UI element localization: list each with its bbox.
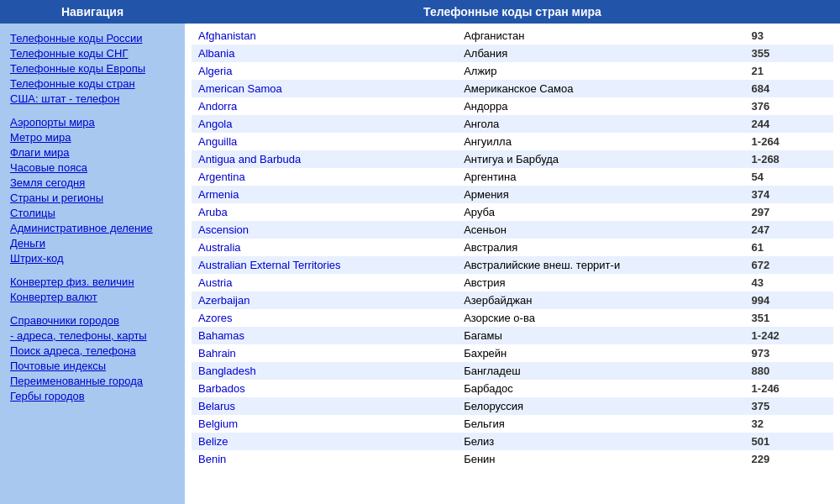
table-row: AlgeriaАлжир21: [192, 62, 833, 80]
country-code: 297: [745, 203, 833, 221]
country-code: 244: [745, 115, 833, 133]
country-english: Barbados: [192, 380, 457, 397]
country-code: 1-246: [745, 380, 833, 397]
sidebar-link[interactable]: США: штат - телефон: [10, 92, 175, 105]
sidebar-link[interactable]: Телефонные коды Европы: [10, 62, 175, 75]
country-russian: Ангуилла: [457, 133, 744, 150]
sidebar-link[interactable]: Телефонные коды СНГ: [10, 47, 175, 60]
country-code: 880: [745, 362, 833, 380]
countries-table: AfghanistanАфганистан93AlbaniaАлбания355…: [192, 27, 833, 468]
country-english: Angola: [192, 115, 457, 133]
sidebar-link[interactable]: Метро мира: [10, 131, 175, 144]
country-english: Benin: [192, 450, 457, 468]
table-row: ArgentinaАргентина54: [192, 168, 833, 186]
country-english: Argentina: [192, 168, 457, 186]
table-row: AzoresАзорские о-ва351: [192, 309, 833, 327]
country-code: 43: [745, 274, 833, 291]
country-code: 684: [745, 80, 833, 97]
table-row: ArubaАруба297: [192, 203, 833, 221]
sidebar-link[interactable]: Столицы: [10, 207, 175, 219]
country-code: 672: [745, 256, 833, 274]
sidebar-link[interactable]: Конвертер физ. величин: [10, 276, 175, 288]
table-row: AustriaАвстрия43: [192, 274, 833, 291]
sidebar-link[interactable]: Аэропорты мира: [10, 116, 175, 129]
sidebar-link[interactable]: Справочники городов: [10, 314, 175, 327]
sidebar-link[interactable]: Административное деление: [10, 222, 175, 234]
country-russian: Барбадос: [457, 380, 744, 397]
country-russian: Белоруссия: [457, 397, 744, 415]
country-code: 376: [745, 97, 833, 115]
sidebar-content: Телефонные коды РоссииТелефонные коды СН…: [0, 24, 185, 413]
sidebar-link[interactable]: Штрих-код: [10, 252, 175, 265]
country-english: Austria: [192, 274, 457, 291]
table-container[interactable]: AfghanistanАфганистан93AlbaniaАлбания355…: [185, 24, 840, 504]
table-row: AnguillaАнгуилла1-264: [192, 133, 833, 150]
country-russian: Бангладеш: [457, 362, 744, 380]
country-russian: Багамы: [457, 327, 744, 344]
country-english: Afghanistan: [192, 27, 457, 45]
country-russian: Албания: [457, 45, 744, 62]
sidebar-link[interactable]: Флаги мира: [10, 146, 175, 159]
country-russian: Австралийские внеш. террит-и: [457, 256, 744, 274]
country-code: 247: [745, 221, 833, 239]
sidebar-separator: [10, 306, 175, 314]
country-english: Armenia: [192, 186, 457, 203]
country-english: Aruba: [192, 203, 457, 221]
main-header: Телефонные коды стран мира: [185, 0, 840, 24]
sidebar-separator: [10, 108, 175, 116]
sidebar-link[interactable]: Деньги: [10, 237, 175, 249]
country-code: 32: [745, 415, 833, 433]
country-english: Andorra: [192, 97, 457, 115]
sidebar-link[interactable]: Телефонные коды России: [10, 32, 175, 45]
table-row: BarbadosБарбадос1-246: [192, 380, 833, 397]
country-russian: Азорские о-ва: [457, 309, 744, 327]
sidebar-link[interactable]: Часовые пояса: [10, 161, 175, 174]
country-russian: Азербайджан: [457, 291, 744, 309]
country-english: Algeria: [192, 62, 457, 80]
sidebar-header: Навигация: [0, 0, 185, 24]
sidebar: Навигация Телефонные коды РоссииТелефонн…: [0, 0, 185, 504]
country-russian: Армения: [457, 186, 744, 203]
sidebar-link[interactable]: Почтовые индексы: [10, 360, 175, 372]
country-english: Belarus: [192, 397, 457, 415]
country-russian: Афганистан: [457, 27, 744, 45]
country-russian: Андорра: [457, 97, 744, 115]
country-code: 994: [745, 291, 833, 309]
table-row: AlbaniaАлбания355: [192, 45, 833, 62]
table-row: ArmeniaАрмения374: [192, 186, 833, 203]
country-russian: Ангола: [457, 115, 744, 133]
country-russian: Аргентина: [457, 168, 744, 186]
country-russian: Бенин: [457, 450, 744, 468]
country-english: Albania: [192, 45, 457, 62]
sidebar-link[interactable]: - адреса, телефоны, карты: [10, 329, 175, 342]
sidebar-link[interactable]: Страны и регионы: [10, 192, 175, 204]
country-code: 973: [745, 344, 833, 362]
country-code: 21: [745, 62, 833, 80]
country-english: American Samoa: [192, 80, 457, 97]
table-row: AngolaАнгола244: [192, 115, 833, 133]
country-code: 374: [745, 186, 833, 203]
sidebar-link[interactable]: Телефонные коды стран: [10, 77, 175, 90]
table-row: AndorraАндорра376: [192, 97, 833, 115]
country-english: Antigua and Barbuda: [192, 150, 457, 168]
country-english: Bangladesh: [192, 362, 457, 380]
table-row: BeninБенин229: [192, 450, 833, 468]
country-code: 375: [745, 397, 833, 415]
country-russian: Алжир: [457, 62, 744, 80]
sidebar-separator: [10, 267, 175, 276]
sidebar-link[interactable]: Гербы городов: [10, 390, 175, 402]
country-code: 1-268: [745, 150, 833, 168]
country-code: 355: [745, 45, 833, 62]
table-row: BahrainБахрейн973: [192, 344, 833, 362]
country-russian: Аруба: [457, 203, 744, 221]
country-russian: Американское Самоа: [457, 80, 744, 97]
table-row: AfghanistanАфганистан93: [192, 27, 833, 45]
sidebar-link[interactable]: Поиск адреса, телефона: [10, 344, 175, 357]
country-english: Azerbaijan: [192, 291, 457, 309]
table-row: AustraliaАвстралия61: [192, 239, 833, 256]
sidebar-link[interactable]: Переименованные города: [10, 375, 175, 387]
sidebar-link[interactable]: Конвертер валют: [10, 291, 175, 303]
country-english: Ascension: [192, 221, 457, 239]
country-russian: Белиз: [457, 433, 744, 450]
sidebar-link[interactable]: Земля сегодня: [10, 176, 175, 189]
